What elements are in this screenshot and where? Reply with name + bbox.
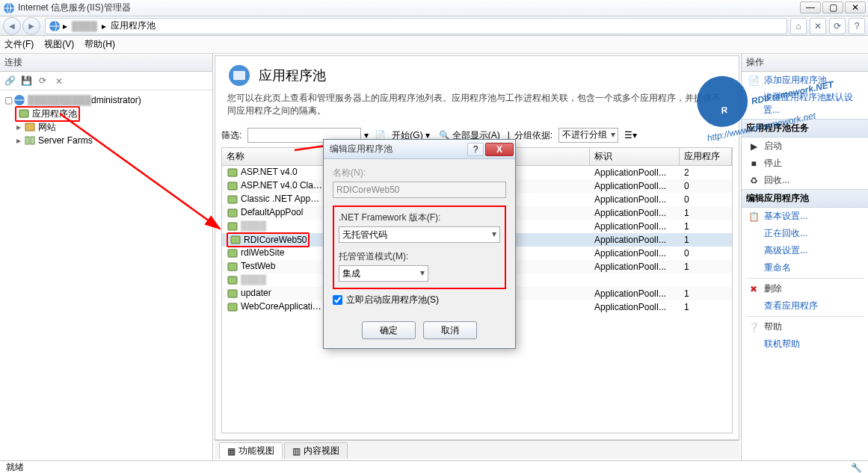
dlg-fw-label: .NET Framework 版本(F): — [339, 211, 500, 224]
nav-home-button[interactable]: ⌂ — [790, 18, 807, 34]
nav-help-button[interactable]: ? — [849, 18, 865, 34]
menu-file[interactable]: 文件(F) — [4, 38, 34, 51]
action-basic-settings[interactable]: 📋基本设置... — [742, 208, 868, 225]
action-view-apps[interactable]: 查看应用程序 — [742, 297, 868, 315]
action-start[interactable]: ▶启动 — [742, 137, 868, 155]
cell-name: updater — [222, 288, 327, 300]
dialog-titlebar: 编辑应用程序池 ? X — [324, 140, 515, 159]
svg-rect-8 — [233, 71, 245, 80]
app-pool-icon — [18, 108, 30, 120]
svg-rect-6 — [31, 137, 34, 144]
cell-name: RDICoreWeb50 — [222, 232, 327, 248]
window-titlebar: Internet 信息服务(IIS)管理器 — ▢ ✕ — [0, 0, 868, 16]
farm-icon — [24, 135, 36, 146]
tree-refresh-button[interactable]: ⟳ — [36, 74, 49, 87]
action-recycle[interactable]: ♻回收... — [742, 172, 868, 189]
server-icon — [49, 20, 61, 32]
minimize-button[interactable]: — — [800, 1, 821, 13]
breadcrumb[interactable]: ▸ ████ ▸ 应用程序池 — [45, 18, 787, 34]
nav-refresh-button[interactable]: ⟳ — [829, 18, 846, 34]
svg-rect-15 — [228, 250, 237, 257]
group-by-label: 分组依据: — [514, 129, 552, 142]
tree-connect-button[interactable]: 🔗 — [3, 74, 16, 87]
status-bar: 就绪 🔧 — [0, 460, 868, 473]
action-set-defaults[interactable]: 设置应用程序池默认设置... — [742, 89, 868, 119]
dialog-help-button[interactable]: ? — [467, 143, 484, 156]
tree-sites-label: 网站 — [38, 121, 56, 134]
dlg-framework-select[interactable]: 无托管代码 — [339, 226, 500, 243]
server-icon — [13, 94, 25, 106]
tree-server-node[interactable]: ▢ ██████████ dministrator) — [1, 93, 211, 107]
dlg-name-input — [333, 182, 506, 198]
close-button[interactable]: ✕ — [845, 1, 866, 13]
cell-identity: ApplicationPoolI... — [590, 167, 680, 178]
tree-stop-button[interactable]: ⨯ — [52, 74, 66, 87]
actions-header: 操作 — [742, 54, 868, 72]
nav-forward-button[interactable]: ► — [22, 17, 40, 35]
svg-rect-4 — [25, 123, 34, 131]
nav-back-button[interactable]: ◄ — [3, 17, 21, 35]
view-tabs: ▦ 功能视图 ▥ 内容视图 — [215, 440, 739, 459]
cell-identity: ApplicationPoolI... — [590, 221, 680, 232]
cell-name: WebCoreApplicationT — [222, 301, 327, 313]
group-by-select[interactable]: 不进行分组 — [558, 128, 618, 143]
cell-apps: 0 — [680, 181, 732, 191]
cell-identity: ApplicationPoolI... — [590, 248, 680, 259]
cell-apps: 0 — [680, 248, 732, 259]
dlg-pipeline-select[interactable]: 集成 — [339, 265, 428, 282]
connections-header: 连接 — [0, 54, 212, 72]
action-help[interactable]: ❔帮助 — [742, 318, 868, 336]
cell-name: TestWeb — [222, 261, 327, 273]
section-edit-pool: 编辑应用程序池 — [742, 189, 868, 208]
svg-rect-17 — [228, 276, 237, 284]
cell-apps: 2 — [680, 167, 732, 178]
breadcrumb-current: 应用程序池 — [111, 19, 156, 32]
action-rename[interactable]: 重命名 — [742, 259, 868, 276]
app-pools-large-icon — [227, 64, 251, 87]
dlg-start-now-checkbox[interactable]: 立即启动应用程序池(S) — [333, 294, 506, 306]
col-identity[interactable]: 标识 — [590, 148, 680, 165]
menu-bar: 文件(F) 视图(V) 帮助(H) — [0, 36, 868, 54]
tab-features[interactable]: ▦ 功能视图 — [219, 442, 283, 459]
cell-apps: 1 — [680, 262, 732, 272]
cell-apps: 1 — [680, 235, 732, 245]
cell-identity: ApplicationPoolI... — [590, 194, 680, 205]
dlg-cancel-button[interactable]: 取消 — [423, 321, 477, 339]
cell-apps: 1 — [680, 208, 732, 218]
cell-identity: ApplicationPoolI... — [590, 262, 680, 272]
page-title: 应用程序池 — [259, 67, 326, 84]
menu-help[interactable]: 帮助(H) — [84, 38, 115, 51]
cell-apps: 1 — [680, 288, 732, 299]
action-online-help[interactable]: 联机帮助 — [742, 336, 868, 353]
dlg-start-now-input[interactable] — [333, 295, 342, 305]
action-advanced-settings[interactable]: 高级设置... — [742, 242, 868, 259]
dlg-name-label: 名称(N): — [333, 167, 506, 179]
cell-apps: 0 — [680, 194, 732, 205]
nav-bar: ◄ ► ▸ ████ ▸ 应用程序池 ⌂ ✕ ⟳ ? — [0, 16, 868, 36]
menu-view[interactable]: 视图(V) — [44, 38, 74, 51]
iis-icon — [3, 2, 15, 14]
action-recycling-settings[interactable]: 正在回收... — [742, 225, 868, 242]
nav-tools-button[interactable]: ✕ — [810, 18, 826, 34]
svg-rect-16 — [228, 263, 237, 270]
action-delete[interactable]: ✖删除 — [742, 280, 868, 297]
edit-app-pool-dialog: 编辑应用程序池 ? X 名称(N): .NET Framework 版本(F):… — [323, 139, 516, 349]
cell-identity: ApplicationPoolI... — [590, 235, 680, 245]
svg-rect-18 — [228, 290, 237, 297]
cell-identity: ApplicationPoolI... — [590, 302, 680, 312]
tree-save-button[interactable]: 💾 — [19, 74, 33, 87]
svg-rect-5 — [25, 137, 29, 144]
action-add-pool[interactable]: 📄添加应用程序池... — [742, 72, 868, 89]
svg-line-20 — [60, 114, 220, 229]
col-apps[interactable]: 应用程序 — [680, 148, 732, 165]
tab-content[interactable]: ▥ 内容视图 — [284, 442, 348, 459]
server-label-suffix: dministrator) — [91, 95, 141, 105]
section-pool-tasks: 应用程序池任务 — [742, 119, 868, 137]
dialog-close-button[interactable]: X — [485, 143, 514, 156]
maximize-button[interactable]: ▢ — [822, 1, 843, 13]
cell-identity: ApplicationPoolI... — [590, 208, 680, 218]
action-stop[interactable]: ■停止 — [742, 155, 868, 172]
dlg-ok-button[interactable]: 确定 — [362, 321, 416, 339]
dlg-mode-label: 托管管道模式(M): — [339, 250, 500, 263]
sites-icon — [24, 121, 36, 133]
